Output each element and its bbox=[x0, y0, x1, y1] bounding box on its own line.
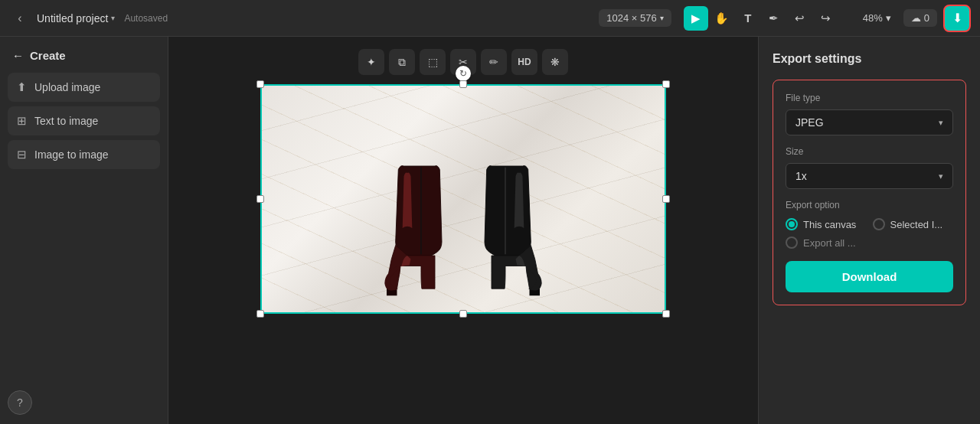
left-sidebar: ← Create ⬆ Upload image ⊞ Text to image … bbox=[0, 37, 168, 424]
export-all-radio[interactable] bbox=[786, 236, 798, 249]
rotate-handle[interactable]: ↻ bbox=[456, 66, 471, 81]
cloud-icon: ☁ bbox=[911, 12, 921, 24]
size-value: 1x bbox=[795, 170, 807, 182]
boot-left bbox=[379, 159, 463, 297]
size-chevron-icon: ▾ bbox=[939, 171, 943, 181]
magic-tool-button[interactable]: ✦ bbox=[358, 49, 384, 75]
zoom-control[interactable]: 48% ▾ bbox=[857, 9, 897, 27]
file-type-value: JPEG bbox=[795, 116, 824, 129]
topbar-right: 48% ▾ ☁ 0 ⬇ bbox=[857, 5, 971, 32]
canvas-size-selector[interactable]: 1024 × 576 ▾ bbox=[599, 9, 671, 27]
sidebar-item-image-to-image[interactable]: ⊟ Image to image bbox=[8, 140, 160, 169]
file-type-label: File type bbox=[786, 93, 953, 103]
boots-container bbox=[379, 159, 547, 297]
cloud-sync-button[interactable]: ☁ 0 bbox=[903, 9, 937, 27]
export-box: File type JPEG ▾ Size 1x ▾ Export option… bbox=[773, 80, 966, 305]
upload-icon: ⬆ bbox=[17, 80, 27, 94]
export-option-this-canvas[interactable]: This canvas bbox=[786, 218, 867, 230]
size-label: Size bbox=[786, 146, 953, 157]
canvas-area: ✦ ⧉ ⬚ ✂ ✏ HD ❋ ↻ bbox=[168, 37, 758, 424]
text-to-image-icon: ⊞ bbox=[17, 114, 27, 128]
crop-tool-button[interactable]: ⬚ bbox=[420, 49, 446, 75]
export-option-export-all[interactable]: Export all ... bbox=[786, 236, 953, 249]
select-tool-button[interactable]: ▶ bbox=[684, 6, 708, 31]
create-header[interactable]: ← Create bbox=[8, 46, 160, 68]
handle-bottom-left[interactable] bbox=[256, 310, 264, 318]
back-icon: ‹ bbox=[18, 11, 21, 25]
selected-label: Selected I... bbox=[890, 219, 943, 230]
handle-top-left[interactable] bbox=[256, 80, 264, 88]
autosaved-label: Autosaved bbox=[124, 13, 168, 24]
create-back-icon: ← bbox=[12, 49, 24, 62]
download-top-icon: ⬇ bbox=[952, 11, 962, 25]
export-settings: Export settings File type JPEG ▾ Size 1x… bbox=[759, 37, 980, 424]
help-icon: ? bbox=[17, 396, 23, 409]
canvas-size-label: 1024 × 576 bbox=[606, 12, 656, 24]
handle-top-center[interactable] bbox=[459, 80, 467, 88]
layers-tool-button[interactable]: ⧉ bbox=[389, 49, 415, 75]
handle-bottom-right[interactable] bbox=[662, 310, 670, 318]
this-canvas-label: This canvas bbox=[803, 219, 856, 230]
back-button[interactable]: ‹ bbox=[9, 8, 31, 29]
handle-middle-left[interactable] bbox=[256, 195, 264, 203]
export-option-label: Export option bbox=[786, 200, 953, 210]
sidebar-text-to-image-label: Text to image bbox=[34, 115, 98, 127]
project-chevron-icon: ▾ bbox=[111, 14, 115, 22]
boot-right bbox=[463, 159, 547, 297]
right-panel: Export settings File type JPEG ▾ Size 1x… bbox=[758, 37, 980, 424]
file-type-chevron-icon: ▾ bbox=[939, 118, 943, 128]
download-button[interactable]: Download bbox=[786, 261, 953, 292]
hand-tool-button[interactable]: ✋ bbox=[710, 6, 734, 31]
main-layout: ← Create ⬆ Upload image ⊞ Text to image … bbox=[0, 37, 980, 424]
sidebar-upload-label: Upload image bbox=[34, 81, 100, 93]
redo-button[interactable]: ↪ bbox=[814, 6, 838, 31]
handle-top-right[interactable] bbox=[662, 80, 670, 88]
create-label: Create bbox=[30, 49, 66, 62]
sidebar-image-to-image-label: Image to image bbox=[34, 148, 109, 161]
export-options-group: This canvas Selected I... bbox=[786, 218, 953, 230]
project-name-button[interactable]: Untitled project ▾ bbox=[37, 12, 115, 24]
export-all-label: Export all ... bbox=[803, 237, 856, 249]
handle-bottom-center[interactable] bbox=[459, 310, 467, 318]
canvas-size-chevron-icon: ▾ bbox=[660, 14, 664, 22]
topbar: ‹ Untitled project ▾ Autosaved 1024 × 57… bbox=[0, 0, 980, 37]
size-select[interactable]: 1x ▾ bbox=[786, 163, 953, 189]
sidebar-bottom: ? bbox=[8, 381, 160, 415]
text-tool-button[interactable]: T bbox=[736, 6, 760, 31]
handle-middle-right[interactable] bbox=[662, 195, 670, 203]
help-button[interactable]: ? bbox=[8, 390, 32, 415]
effects-tool-button[interactable]: ❋ bbox=[542, 49, 568, 75]
zoom-level-label: 48% bbox=[863, 12, 883, 24]
tool-group: ▶ ✋ T ✒ ↩ ↪ bbox=[684, 6, 838, 31]
selected-radio[interactable] bbox=[873, 218, 885, 230]
project-name-label: Untitled project bbox=[37, 12, 108, 24]
export-option-selected[interactable]: Selected I... bbox=[873, 218, 954, 230]
this-canvas-radio[interactable] bbox=[786, 218, 798, 230]
undo-button[interactable]: ↩ bbox=[788, 6, 812, 31]
sidebar-item-text-to-image[interactable]: ⊞ Text to image bbox=[8, 106, 160, 135]
sidebar-item-upload[interactable]: ⬆ Upload image bbox=[8, 73, 160, 102]
canvas-image[interactable] bbox=[260, 84, 666, 314]
image-to-image-icon: ⊟ bbox=[17, 148, 27, 161]
download-top-button[interactable]: ⬇ bbox=[943, 5, 971, 32]
export-settings-title: Export settings bbox=[773, 52, 966, 66]
cloud-count-label: 0 bbox=[924, 12, 929, 24]
file-type-select[interactable]: JPEG ▾ bbox=[786, 109, 953, 135]
canvas-wrapper: ↻ bbox=[260, 84, 666, 314]
zoom-chevron-icon: ▾ bbox=[886, 12, 891, 24]
edit-tool-button[interactable]: ✏ bbox=[481, 49, 507, 75]
download-button-label: Download bbox=[842, 270, 897, 283]
pen-tool-button[interactable]: ✒ bbox=[762, 6, 786, 31]
hd-button[interactable]: HD bbox=[511, 49, 537, 75]
